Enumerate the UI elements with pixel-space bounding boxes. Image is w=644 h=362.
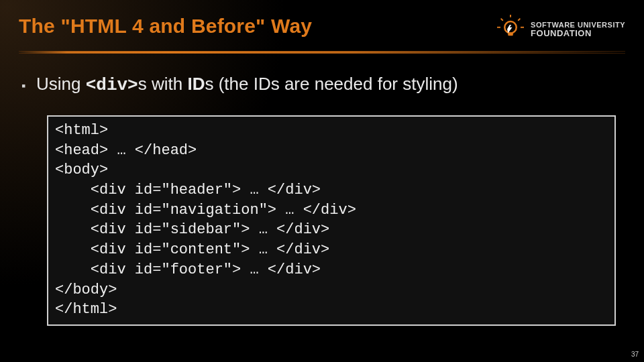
bullet-mid: s with <box>138 74 188 94</box>
brand-text-line2: FOUNDATION <box>531 29 625 38</box>
bullet-item: ▪ Using <div>s with IDs (the IDs are nee… <box>21 74 623 95</box>
slide-body: ▪ Using <div>s with IDs (the IDs are nee… <box>19 74 625 326</box>
code-block-frame: <html> <head> … </head> <body> <div id="… <box>47 115 616 326</box>
svg-rect-1 <box>508 32 513 36</box>
title-row: The "HTML 4 and Before" Way SOFTWARE UNI… <box>19 13 625 44</box>
code-block: <html> <head> … </head> <body> <div id="… <box>55 121 608 320</box>
brand-text: SOFTWARE UNIVERSITY FOUNDATION <box>531 21 625 38</box>
title-divider <box>19 51 625 54</box>
bullet-marker: ▪ <box>21 79 31 93</box>
bullet-text: Using <div>s with IDs (the IDs are neede… <box>36 74 458 95</box>
svg-line-4 <box>518 19 520 21</box>
bullet-code: <div> <box>86 75 138 95</box>
lightbulb-icon <box>497 15 524 44</box>
bullet-prefix: Using <box>36 74 86 94</box>
svg-line-3 <box>501 19 503 21</box>
bullet-suffix: s (the IDs are needed for styling) <box>205 74 458 94</box>
page-number: 37 <box>631 351 639 358</box>
slide-title: The "HTML 4 and Before" Way <box>19 15 312 38</box>
brand-logo: SOFTWARE UNIVERSITY FOUNDATION <box>497 15 625 44</box>
slide: The "HTML 4 and Before" Way SOFTWARE UNI… <box>0 0 644 362</box>
bullet-bold: ID <box>187 74 205 94</box>
